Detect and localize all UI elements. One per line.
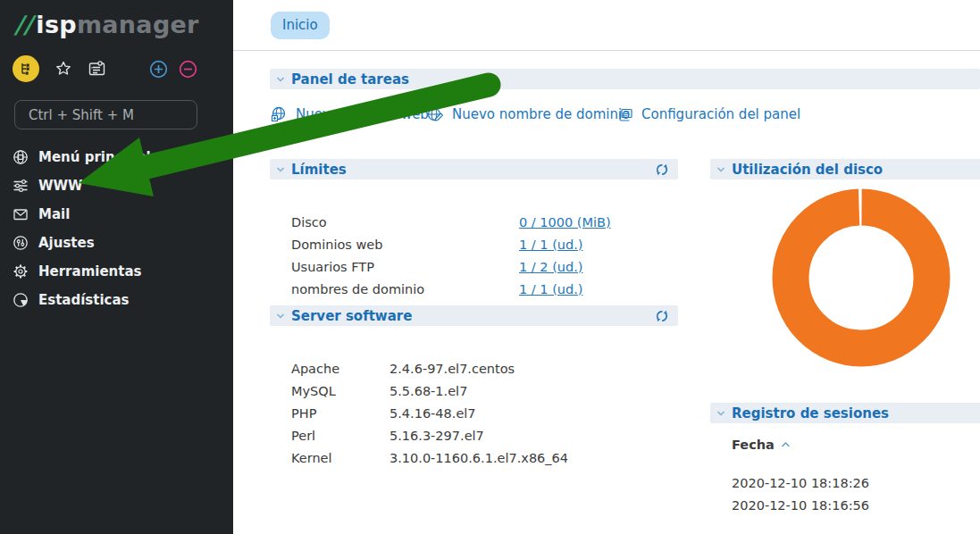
software-name: Apache bbox=[291, 362, 389, 376]
limit-label: Dominios web bbox=[291, 238, 519, 252]
refresh-icon bbox=[655, 309, 669, 323]
pie-chart-icon bbox=[13, 292, 29, 308]
table-row: Dominios web 1 / 1 (ud.) bbox=[291, 233, 678, 255]
table-row: PHP 5.4.16-48.el7 bbox=[291, 402, 678, 424]
limit-label: nombres de dominio bbox=[291, 282, 519, 296]
limit-label: Disco bbox=[291, 215, 519, 229]
limites-header[interactable]: Límites bbox=[270, 159, 678, 179]
software-version: 3.10.0-1160.6.1.el7.x86_64 bbox=[389, 451, 568, 465]
limit-value-link[interactable]: 0 / 1000 (MiB) bbox=[519, 215, 611, 229]
clipboard-icon bbox=[88, 60, 106, 78]
server-software-header[interactable]: Server software bbox=[270, 305, 678, 326]
new-domain-name-link[interactable]: Nuevo nombre de dominio bbox=[426, 105, 630, 123]
add-button[interactable] bbox=[149, 60, 168, 79]
ispmanager-logo[interactable]: //ispmanager bbox=[14, 11, 199, 38]
session-log-table: 2020-12-10 18:18:26 2020-12-10 18:16:56 bbox=[732, 471, 980, 516]
sidebar: //ispmanager bbox=[0, 0, 233, 534]
toolbar-zoom-group bbox=[149, 60, 197, 79]
software-name: PHP bbox=[291, 406, 389, 421]
limit-value-link[interactable]: 1 / 1 (ud.) bbox=[519, 238, 582, 252]
logo-slashes: // bbox=[14, 11, 32, 38]
section-title: Límites bbox=[291, 162, 347, 178]
remove-button[interactable] bbox=[179, 60, 197, 79]
sidebar-item-label: WWW bbox=[38, 178, 83, 194]
table-row: Disco 0 / 1000 (MiB) bbox=[291, 211, 678, 233]
disk-usage-header[interactable]: Utilización del disco bbox=[710, 159, 980, 179]
new-web-domain-link[interactable]: Nuevo dominio web bbox=[270, 105, 429, 123]
section-title: Server software bbox=[291, 308, 412, 324]
panel-configuration-link[interactable]: Configuración del panel bbox=[618, 105, 800, 123]
tab-inicio[interactable]: Inicio bbox=[271, 12, 330, 39]
section-session-log: Registro de sesiones Fecha 2020-12-10 18… bbox=[710, 403, 980, 516]
section-title: Panel de tareas bbox=[291, 71, 409, 88]
list-item[interactable]: 2020-12-10 18:16:56 bbox=[732, 494, 980, 516]
limit-value-link[interactable]: 1 / 1 (ud.) bbox=[519, 282, 582, 296]
section-disk-usage: Utilización del disco bbox=[710, 159, 980, 179]
sidebar-item-label: Ajustes bbox=[38, 235, 95, 251]
tab-bar: Inicio bbox=[233, 0, 980, 51]
sidebar-item-herramientas[interactable]: Herramientas bbox=[0, 257, 233, 286]
adjustments-icon bbox=[13, 235, 29, 251]
sidebar-item-menu-principal[interactable]: Menú principal bbox=[0, 143, 233, 171]
section-title: Registro de sesiones bbox=[732, 405, 889, 421]
hierarchy-view-button[interactable] bbox=[13, 55, 39, 82]
software-version: 5.5.68-1.el7 bbox=[389, 384, 467, 398]
sidebar-item-label: Estadísticas bbox=[38, 292, 130, 308]
table-row: MySQL 5.5.68-1.el7 bbox=[291, 380, 678, 402]
envelope-icon bbox=[13, 206, 29, 222]
table-row: Apache 2.4.6-97.el7.centos bbox=[291, 357, 678, 380]
refresh-button[interactable] bbox=[655, 163, 669, 177]
software-version: 5.16.3-297.el7 bbox=[389, 429, 484, 443]
section-server-software: Server software Apache 2.4.6-97.el7.cent… bbox=[270, 305, 678, 469]
session-log-header[interactable]: Registro de sesiones bbox=[710, 403, 980, 423]
sidebar-item-estadisticas[interactable]: Estadísticas bbox=[0, 286, 233, 314]
plus-circle-icon bbox=[149, 60, 168, 79]
section-title: Utilización del disco bbox=[732, 162, 883, 178]
chevron-down-icon bbox=[276, 313, 285, 320]
favorites-star-button[interactable] bbox=[54, 60, 72, 78]
sidebar-item-www[interactable]: WWW bbox=[0, 171, 233, 200]
sidebar-item-ajustes[interactable]: Ajustes bbox=[0, 229, 233, 257]
sidebar-item-label: Herramientas bbox=[38, 263, 142, 280]
star-icon bbox=[54, 60, 72, 78]
dashboard-content: Panel de tareas Nuevo dominio web Nuevo … bbox=[233, 51, 980, 534]
task-list-button[interactable] bbox=[88, 60, 106, 78]
limit-value-link[interactable]: 1 / 2 (ud.) bbox=[519, 260, 582, 274]
section-limites: Límites Disco 0 / 1000 (MiB) Dominios we… bbox=[270, 159, 678, 300]
limits-table: Disco 0 / 1000 (MiB) Dominios web 1 / 1 … bbox=[270, 211, 678, 300]
globe-edit-icon bbox=[426, 105, 444, 123]
task-link-label: Nuevo dominio web bbox=[296, 106, 429, 122]
globe-menu-icon bbox=[13, 149, 29, 165]
software-version: 5.4.16-48.el7 bbox=[389, 406, 476, 421]
software-name: Perl bbox=[291, 429, 389, 443]
quick-search-input[interactable] bbox=[14, 100, 197, 129]
list-item[interactable]: 2020-12-10 18:18:26 bbox=[732, 471, 980, 494]
server-software-table: Apache 2.4.6-97.el7.centos MySQL 5.5.68-… bbox=[270, 357, 678, 469]
column-label: Fecha bbox=[732, 438, 775, 452]
software-version: 2.4.6-97.el7.centos bbox=[389, 362, 515, 376]
section-panel-de-tareas: Panel de tareas bbox=[270, 69, 980, 89]
refresh-icon bbox=[655, 163, 669, 177]
chevron-down-icon bbox=[716, 410, 725, 417]
sidebar-menu: Menú principal WWW Mail Ajustes Herramie… bbox=[0, 143, 233, 314]
chevron-down-icon bbox=[276, 166, 285, 173]
table-row: Perl 5.16.3-297.el7 bbox=[291, 424, 678, 446]
chevron-down-icon bbox=[276, 76, 285, 83]
table-row: Usuarios FTP 1 / 2 (ud.) bbox=[291, 255, 678, 278]
logo-isp: isp bbox=[36, 11, 77, 38]
refresh-button[interactable] bbox=[655, 309, 669, 323]
sidebar-item-label: Mail bbox=[38, 206, 70, 222]
sidebar-item-mail[interactable]: Mail bbox=[0, 200, 233, 229]
panel-de-tareas-header[interactable]: Panel de tareas bbox=[270, 69, 980, 89]
sidebar-toolbar bbox=[13, 55, 197, 82]
globe-plus-icon bbox=[270, 105, 288, 123]
disk-usage-donut-chart bbox=[772, 188, 951, 367]
logo-manager: manager bbox=[77, 11, 199, 38]
hierarchy-tree-icon bbox=[19, 62, 33, 76]
sessions-date-column-header[interactable]: Fecha bbox=[732, 438, 980, 452]
sidebar-item-label: Menú principal bbox=[38, 149, 151, 165]
gear-icon bbox=[13, 263, 29, 280]
software-name: MySQL bbox=[291, 384, 389, 398]
sort-ascending-icon bbox=[781, 441, 791, 448]
table-row: nombres de dominio 1 / 1 (ud.) bbox=[291, 278, 678, 300]
